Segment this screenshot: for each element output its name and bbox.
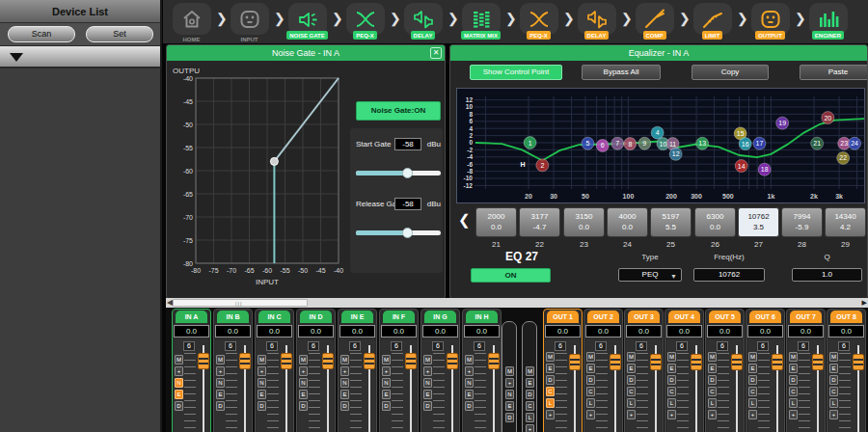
fader-handle[interactable] (447, 353, 458, 369)
channel-button-e[interactable]: E (216, 390, 225, 399)
channel-value[interactable]: 0.0 (381, 325, 417, 338)
fader-handle[interactable] (198, 353, 209, 369)
channel-button-d[interactable]: D (423, 401, 432, 411)
channel-button-d[interactable]: D (340, 401, 349, 411)
channel-value[interactable]: 0.0 (298, 325, 334, 338)
channel-button-m[interactable]: M (423, 355, 432, 364)
channel-button-c[interactable]: C (829, 387, 838, 396)
eq-plot[interactable]: 121086420-2-4-6-8-10-1220305010020030050… (457, 89, 864, 202)
slider-thumb[interactable] (402, 168, 413, 178)
channel-button-e[interactable]: E (175, 390, 183, 399)
channel-button-d[interactable]: D (299, 401, 308, 411)
channel-button-plus[interactable]: + (708, 410, 717, 419)
channel-value[interactable]: 0.0 (707, 325, 743, 338)
type-dropdown[interactable]: PEQ ▼ (618, 268, 682, 282)
channel-button-c[interactable]: C (748, 387, 757, 396)
set-button[interactable]: Set (86, 26, 153, 42)
channel-button-m[interactable]: M (340, 355, 349, 364)
eq-band-cell-21[interactable]: 20000.0 (475, 207, 517, 237)
channel-button-m[interactable]: M (708, 352, 717, 362)
channel-button-c[interactable]: C (586, 387, 595, 396)
channel-button-e[interactable]: E (627, 364, 636, 373)
channel-button-e[interactable]: E (667, 364, 676, 373)
channel-button-n[interactable]: N (505, 390, 514, 399)
channel-button-m[interactable]: M (465, 355, 474, 364)
channel-button-d[interactable]: D (829, 375, 838, 385)
fader-handle[interactable] (650, 354, 662, 370)
show-control-point-button[interactable]: Show Control Point (470, 65, 562, 80)
toolbar-item-input[interactable]: INPUT (227, 3, 272, 42)
fader-handle[interactable] (569, 354, 581, 370)
channel-button-m[interactable]: M (299, 355, 308, 364)
toolbar-item-delay[interactable]: DELAY (400, 3, 446, 40)
scroll-right-icon[interactable]: ▶ (862, 298, 867, 308)
channel-label[interactable]: IN H (466, 310, 498, 323)
channel-button-e[interactable]: E (382, 390, 391, 399)
channel-button-plus[interactable]: + (546, 410, 555, 419)
scrollbar-thumb[interactable]: ||| (173, 299, 308, 307)
channel-button-d[interactable]: D (667, 375, 676, 385)
fader-handle[interactable] (812, 354, 824, 370)
eq-on-button[interactable]: ON (471, 268, 551, 283)
channel-label[interactable]: OUT 3 (628, 310, 660, 323)
horizontal-scrollbar[interactable]: ◀ ||| ▶ (166, 298, 868, 308)
channel-button-e[interactable]: E (586, 364, 595, 373)
channel-button-e[interactable]: E (423, 390, 432, 399)
channel-label[interactable]: IN G (424, 310, 456, 323)
channel-button-plus[interactable]: + (627, 410, 636, 419)
channel-button-n[interactable]: N (175, 378, 183, 388)
fader-handle[interactable] (405, 353, 417, 369)
fader-handle[interactable] (488, 353, 500, 369)
channel-button-c[interactable]: C (526, 401, 534, 411)
channel-label[interactable]: IN E (341, 310, 373, 323)
fader-handle[interactable] (691, 354, 702, 370)
channel-button-l[interactable]: L (667, 398, 676, 408)
channel-value[interactable]: 0.0 (257, 325, 292, 338)
freq-field[interactable]: 10762 (693, 268, 765, 282)
channel-button-m[interactable]: M (546, 352, 555, 362)
channel-button-d[interactable]: D (258, 401, 266, 411)
channel-value[interactable]: 0.0 (422, 325, 458, 338)
channel-button-plus[interactable]: + (789, 410, 798, 419)
channel-label[interactable]: OUT 2 (587, 310, 619, 323)
channel-label[interactable]: IN D (300, 310, 332, 323)
toolbar-item-delay[interactable]: DELAY (574, 3, 619, 40)
tree-expand-icon[interactable] (10, 53, 23, 62)
toolbar-item-matrix-mix[interactable]: MATRIX MIX (458, 3, 503, 40)
channel-button-c[interactable]: C (708, 387, 717, 396)
fader-handle[interactable] (610, 354, 621, 370)
channel-button-d[interactable]: D (546, 375, 555, 385)
channel-button-m[interactable]: M (586, 352, 595, 362)
channel-button-plus[interactable]: + (175, 366, 183, 376)
channel-button-d[interactable]: D (789, 375, 798, 385)
eq-band-cell-23[interactable]: 31500.0 (563, 207, 605, 237)
channel-button-l[interactable]: L (546, 398, 555, 408)
channel-button-d[interactable]: D (526, 390, 534, 399)
chevron-left-icon[interactable]: ❮ (458, 211, 471, 229)
channel-value[interactable]: 0.0 (788, 325, 824, 338)
channel-button-m[interactable]: M (258, 355, 266, 364)
toolbar-item-output[interactable]: OUTPUT (747, 3, 793, 40)
channel-button-m[interactable]: M (667, 352, 676, 362)
fader-handle[interactable] (772, 354, 783, 370)
channel-value[interactable]: 0.0 (339, 325, 375, 338)
fader-handle[interactable] (731, 354, 743, 370)
channel-button-m[interactable]: M (382, 355, 391, 364)
channel-value[interactable]: 0.0 (174, 325, 209, 338)
channel-button-c[interactable]: C (546, 387, 555, 396)
channel-button-l[interactable]: L (789, 398, 798, 408)
start-gate-value[interactable]: -58 (394, 138, 421, 150)
release-gate-slider[interactable] (356, 227, 441, 238)
start-gate-slider[interactable] (356, 167, 441, 178)
channel-label[interactable]: IN B (217, 310, 249, 323)
channel-button-m[interactable]: M (789, 352, 798, 362)
channel-button-plus[interactable]: + (299, 366, 308, 376)
channel-value[interactable]: 0.0 (828, 325, 864, 338)
channel-label[interactable]: IN F (383, 310, 415, 323)
channel-button-c[interactable]: C (667, 387, 676, 396)
channel-button-plus[interactable]: + (258, 366, 266, 376)
channel-button-m[interactable]: M (748, 352, 757, 362)
channel-button-plus[interactable]: + (667, 410, 676, 419)
channel-button-e[interactable]: E (505, 401, 514, 411)
channel-button-plus[interactable]: + (340, 366, 349, 376)
